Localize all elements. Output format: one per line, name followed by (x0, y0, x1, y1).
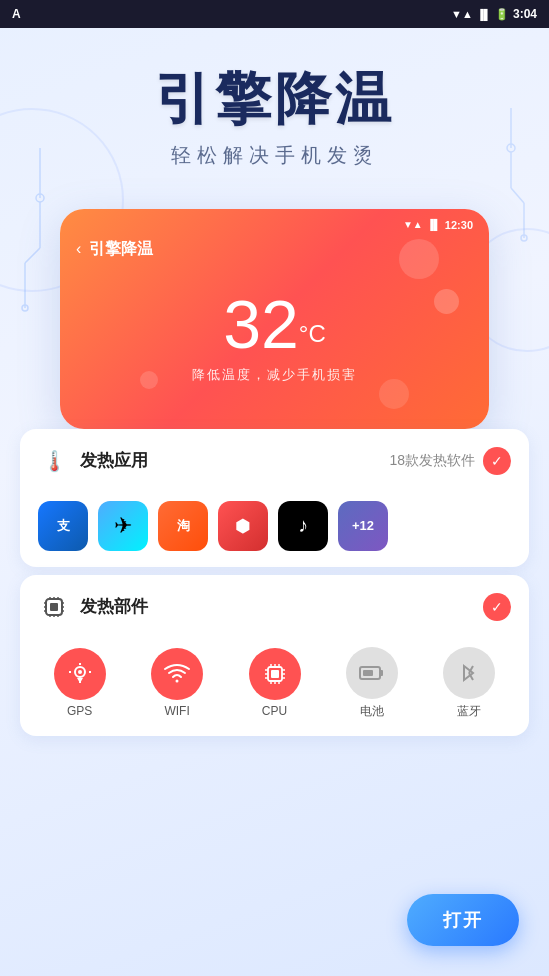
svg-rect-13 (50, 603, 58, 611)
app-taobao[interactable]: 淘 (158, 501, 208, 551)
heat-component-icon (38, 591, 70, 623)
sub-title: 轻松解决手机发烫 (20, 142, 529, 169)
comp-gps[interactable]: GPS (38, 648, 121, 718)
heat-apps-check[interactable]: ✓ (483, 447, 511, 475)
wifi-icon: ▼▲ (451, 8, 473, 20)
phone-nav-title: 引擎降温 (89, 239, 153, 260)
status-right: ▼▲ ▐▌ 🔋 3:04 (451, 7, 537, 21)
phone-signal-icon: ▐▌ (427, 219, 441, 230)
svg-rect-29 (271, 670, 279, 678)
svg-rect-43 (380, 670, 383, 676)
heat-component-header: 发热部件 ✓ (20, 575, 529, 639)
status-bar: A ▼▲ ▐▌ 🔋 3:04 (0, 0, 549, 28)
phone-temp-area: 32°C 降低温度，减少手机损害 (76, 280, 473, 394)
comp-bluetooth[interactable]: 蓝牙 (428, 647, 511, 720)
app-more[interactable]: +12 (338, 501, 388, 551)
gps-label: GPS (67, 704, 92, 718)
bubble1 (399, 239, 439, 279)
heat-apps-count: 18款发热软件 (389, 452, 475, 470)
battery-label: 电池 (360, 703, 384, 720)
gps-icon-circle (54, 648, 106, 700)
battery-icon: 🔋 (495, 8, 509, 21)
phone-back-icon: ‹ (76, 240, 81, 258)
bluetooth-icon-circle (443, 647, 495, 699)
phone-temp-desc: 降低温度，减少手机损害 (76, 366, 473, 384)
bubble2 (434, 289, 459, 314)
app-feishu[interactable]: ✈ (98, 501, 148, 551)
open-button[interactable]: 打开 (407, 894, 519, 946)
comp-wifi[interactable]: WIFI (135, 648, 218, 718)
phone-card: ▼▲ ▐▌ 12:30 ‹ 引擎降温 32°C 降低温度，减少手机损害 (60, 209, 489, 429)
wifi-icon-circle (151, 648, 203, 700)
phone-wifi-icon: ▼▲ (403, 219, 423, 230)
components-row: GPS WIFI (20, 639, 529, 736)
bluetooth-label: 蓝牙 (457, 703, 481, 720)
app-alipay[interactable]: 支 (38, 501, 88, 551)
heat-apps-header-left: 🌡️ 发热应用 (38, 445, 148, 477)
phone-temp-unit: °C (299, 319, 326, 346)
main-title: 引擎降温 (20, 68, 529, 130)
bottom-bar: 打开 (407, 894, 519, 946)
battery-icon-circle (346, 647, 398, 699)
status-app-icon: A (12, 7, 21, 21)
heat-apps-panel: 🌡️ 发热应用 18款发热软件 ✓ 支 ✈ 淘 (20, 429, 529, 567)
main-area: 引擎降温 轻松解决手机发烫 ▼▲ ▐▌ 12:30 ‹ 引擎降温 32°C 降低… (0, 28, 549, 976)
heat-component-panel: 发热部件 ✓ (20, 575, 529, 736)
phone-temperature: 32 (223, 286, 299, 362)
heat-apps-title: 发热应用 (80, 449, 148, 472)
comp-cpu[interactable]: CPU (233, 648, 316, 718)
heat-component-header-right: ✓ (483, 593, 511, 621)
header-section: 引擎降温 轻松解决手机发烫 (0, 28, 549, 189)
phone-status-row: ▼▲ ▐▌ 12:30 (76, 219, 473, 231)
app-tiktok[interactable]: ♪ (278, 501, 328, 551)
phone-time: 12:30 (445, 219, 473, 231)
bubble3 (140, 371, 158, 389)
heat-component-title: 发热部件 (80, 595, 148, 618)
heat-apps-header: 🌡️ 发热应用 18款发热软件 ✓ (20, 429, 529, 493)
cpu-label: CPU (262, 704, 287, 718)
heat-apps-icon: 🌡️ (38, 445, 70, 477)
comp-battery[interactable]: 电池 (330, 647, 413, 720)
svg-line-9 (511, 188, 524, 203)
svg-point-27 (78, 670, 82, 674)
wifi-label: WIFI (164, 704, 189, 718)
panels-area: 🌡️ 发热应用 18款发热软件 ✓ 支 ✈ 淘 (20, 429, 529, 736)
phone-card-header: ▼▲ ▐▌ 12:30 ‹ 引擎降温 32°C 降低温度，减少手机损害 (60, 209, 489, 429)
heat-component-header-left: 发热部件 (38, 591, 148, 623)
svg-line-3 (25, 248, 40, 263)
time-display: 3:04 (513, 7, 537, 21)
bubble4 (379, 379, 409, 409)
signal-icon: ▐▌ (477, 9, 491, 20)
cpu-icon-circle (249, 648, 301, 700)
app-tplink[interactable]: ⬢ (218, 501, 268, 551)
svg-rect-44 (363, 670, 373, 676)
heat-component-check[interactable]: ✓ (483, 593, 511, 621)
apps-row: 支 ✈ 淘 ⬢ ♪ +12 (20, 493, 529, 567)
heat-apps-header-right: 18款发热软件 ✓ (389, 447, 511, 475)
